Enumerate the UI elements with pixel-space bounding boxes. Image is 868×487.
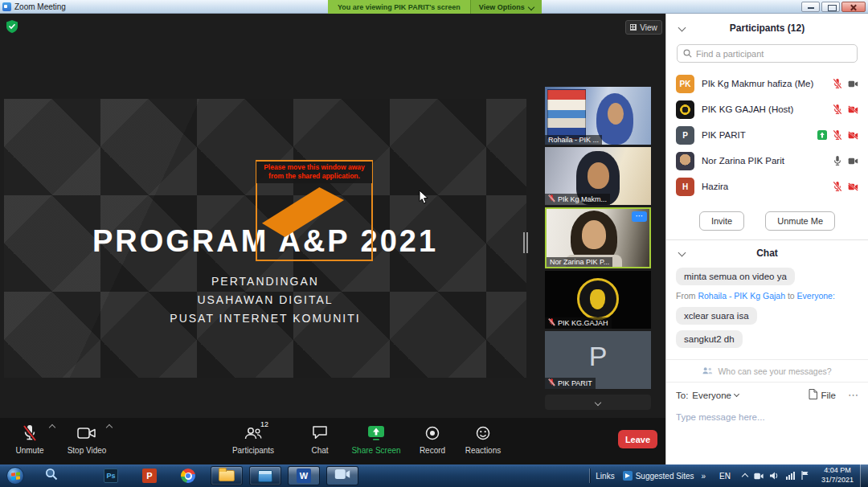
video-thumbnail-pik-parit[interactable]: P PIK PARIT bbox=[545, 331, 651, 389]
search-taskbar-button[interactable] bbox=[35, 466, 68, 485]
chat-message-input[interactable] bbox=[676, 412, 858, 422]
unmute-me-button[interactable]: Unmute Me bbox=[765, 211, 835, 231]
chevron-up-icon[interactable] bbox=[49, 424, 55, 431]
app-window-taskbar-button[interactable] bbox=[249, 466, 281, 485]
thumbnail-more-options-button[interactable]: ⋯ bbox=[632, 211, 647, 222]
zoom-meeting-window: Zoom Meeting You are viewing PIK PARIT's… bbox=[0, 0, 868, 487]
action-center-flag-icon[interactable] bbox=[801, 469, 809, 483]
folder-icon bbox=[219, 470, 235, 481]
stop-video-button[interactable]: Stop Video bbox=[59, 423, 115, 461]
participant-name-label: PIK KG.GAJAH bbox=[545, 317, 612, 329]
zoom-taskbar-button[interactable] bbox=[326, 466, 358, 485]
volume-icon[interactable] bbox=[770, 469, 780, 483]
video-thumbnail-rohaila[interactable]: Rohaila - PIK ... bbox=[545, 87, 651, 145]
photoshop-taskbar-button[interactable]: Ps bbox=[95, 466, 127, 485]
show-hidden-icons-button[interactable] bbox=[742, 473, 748, 480]
system-tray bbox=[737, 469, 815, 483]
participant-name-label: Rohaila - PIK ... bbox=[545, 135, 602, 145]
share-screen-button[interactable]: Share Screen bbox=[348, 423, 404, 461]
video-thumbnail-pik-kg-gajah[interactable]: PIK KG.GAJAH bbox=[545, 271, 651, 329]
recipient-dropdown[interactable]: Everyone bbox=[692, 391, 739, 400]
chat-privacy-note[interactable]: Who can see your messages? bbox=[666, 359, 868, 382]
chat-message: minta semua on video ya bbox=[676, 268, 795, 285]
chat-message: sangkut2 dh bbox=[676, 330, 743, 348]
word-taskbar-button[interactable]: W bbox=[288, 466, 320, 485]
participant-name: PIK PARIT bbox=[702, 130, 810, 140]
person-face bbox=[608, 103, 624, 125]
close-button[interactable] bbox=[841, 2, 866, 12]
app-window-icon bbox=[258, 470, 272, 482]
taskbar-clock[interactable]: 4:04 PM 31/7/2021 bbox=[815, 466, 860, 485]
reactions-button[interactable]: Reactions bbox=[455, 423, 511, 461]
participant-row-nor-zarina[interactable]: Nor Zarina PIK Parit bbox=[666, 148, 868, 174]
leave-meeting-button[interactable]: Leave bbox=[618, 430, 657, 448]
collapse-thumbnails-button[interactable] bbox=[545, 395, 651, 410]
maximize-button[interactable] bbox=[821, 2, 840, 12]
participant-row-pik-parit[interactable]: P PIK PARIT bbox=[666, 122, 868, 148]
taskbar-divider bbox=[589, 469, 590, 483]
participants-button[interactable]: 12 Participants bbox=[225, 423, 281, 461]
tray-camera-icon[interactable] bbox=[754, 469, 764, 483]
start-button[interactable] bbox=[6, 467, 24, 485]
unmute-button[interactable]: Unmute bbox=[2, 423, 58, 461]
chevron-down-icon bbox=[734, 391, 739, 397]
search-icon bbox=[683, 47, 692, 61]
scrollbar-thumb[interactable] bbox=[523, 232, 528, 253]
explorer-taskbar-button[interactable] bbox=[211, 466, 243, 485]
network-icon[interactable] bbox=[786, 469, 795, 483]
chat-section: Chat minta semua on video ya From Rohail… bbox=[666, 239, 868, 464]
camera-icon bbox=[848, 80, 858, 88]
video-thumbnail-pik-kg-makmur[interactable]: PIk Kg Makm... bbox=[545, 147, 651, 205]
record-button[interactable]: Record bbox=[404, 423, 461, 461]
send-file-button[interactable]: File bbox=[809, 389, 836, 401]
suggested-sites-toolbar[interactable]: Suggested Sites bbox=[623, 471, 694, 481]
chevron-down-icon bbox=[527, 3, 534, 10]
chat-more-button[interactable]: ⋯ bbox=[848, 389, 858, 401]
chat-button[interactable]: Chat bbox=[292, 423, 348, 461]
video-thumbnail-nor-zarina[interactable]: ⋯ Nor Zarina PIK P... bbox=[545, 207, 651, 268]
collapse-chat-icon[interactable] bbox=[678, 249, 686, 257]
powerpoint-taskbar-button[interactable]: P bbox=[133, 466, 166, 485]
chat-header: Chat bbox=[666, 240, 868, 266]
toolbar-overflow-chevron[interactable]: » bbox=[701, 472, 706, 481]
windows-logo-icon bbox=[11, 473, 20, 481]
participant-search[interactable] bbox=[677, 44, 858, 63]
search-input[interactable] bbox=[696, 49, 851, 59]
show-desktop-button[interactable] bbox=[860, 464, 868, 487]
camera-off-icon bbox=[848, 182, 858, 191]
mic-muted-icon bbox=[833, 78, 842, 89]
avatar: H bbox=[676, 178, 694, 196]
window-controls bbox=[801, 2, 866, 12]
poster-graphic bbox=[547, 89, 586, 139]
language-indicator[interactable]: EN bbox=[713, 472, 737, 481]
smiley-icon bbox=[475, 425, 491, 443]
orange-accent-shape bbox=[262, 187, 344, 237]
video-thumbnail-strip: Rohaila - PIK ... PIk Kg Makm... ⋯ bbox=[545, 87, 651, 391]
camera-icon bbox=[77, 426, 96, 442]
mic-muted-icon bbox=[548, 194, 555, 204]
minimize-button[interactable] bbox=[801, 2, 820, 12]
view-options-button[interactable]: View Options bbox=[470, 0, 542, 14]
invite-button[interactable]: Invite bbox=[699, 211, 744, 231]
chevron-up-icon[interactable] bbox=[106, 424, 113, 431]
mic-icon bbox=[833, 155, 842, 166]
participant-row-me[interactable]: PK PIk Kg Makmur hafiza (Me) bbox=[666, 71, 868, 96]
participant-name-label: PIK PARIT bbox=[545, 378, 596, 389]
mic-muted-icon bbox=[833, 181, 842, 192]
avatar bbox=[676, 152, 694, 170]
favorites-icon bbox=[623, 471, 633, 481]
participant-row-host[interactable]: PIK KG GAJAH (Host) bbox=[666, 96, 868, 122]
chrome-icon bbox=[181, 469, 195, 483]
security-shield-icon[interactable] bbox=[6, 20, 18, 33]
floating-window-warning-box[interactable]: Please move this window away from the sh… bbox=[256, 160, 373, 261]
view-layout-button[interactable]: View bbox=[625, 20, 662, 35]
chat-compose: To: Everyone File ⋯ bbox=[666, 382, 868, 424]
links-toolbar[interactable]: Links bbox=[596, 472, 614, 481]
audience-link[interactable]: Everyone: bbox=[797, 291, 835, 301]
participant-name-label: PIk Kg Makm... bbox=[545, 194, 610, 205]
avatar: P bbox=[676, 126, 694, 145]
participant-row-hazira[interactable]: H Hazira bbox=[666, 174, 868, 199]
sender-link[interactable]: Rohaila - PIK Kg Gajah bbox=[698, 291, 785, 301]
collapse-participants-icon[interactable] bbox=[678, 24, 686, 32]
chrome-taskbar-button[interactable] bbox=[172, 466, 204, 485]
